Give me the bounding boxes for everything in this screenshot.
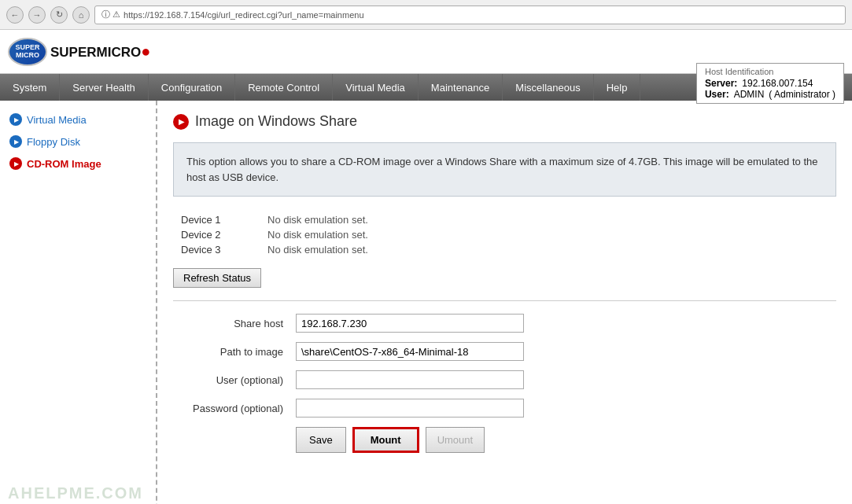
title-icon	[173, 114, 189, 130]
logo-dot: ●	[141, 42, 150, 60]
content-area: Image on Windows Share This option allow…	[157, 101, 852, 504]
logo-name: SUPERMICRO	[50, 45, 141, 60]
user-value: ADMIN	[734, 89, 765, 100]
share-host-label: Share host	[181, 318, 283, 329]
host-id-box: Host Identification Server: 192.168.007.…	[696, 63, 844, 104]
info-text: This option allows you to share a CD-ROM…	[186, 156, 817, 183]
url-text: https://192.168.7.154/cgi/url_redirect.c…	[124, 10, 363, 20]
home-button[interactable]: ⌂	[72, 6, 90, 24]
user-label: User (optional)	[181, 374, 283, 386]
umount-button[interactable]: Umount	[426, 427, 485, 453]
device-2-status: No disk emulation set.	[267, 229, 368, 241]
sidebar: Virtual Media Floppy Disk CD-ROM Image	[0, 101, 157, 504]
address-bar[interactable]: ⓘ ⚠ https://192.168.7.154/cgi/url_redire…	[94, 6, 846, 24]
logo-area: SUPERMICRO SUPERMICRO●	[0, 38, 158, 66]
sidebar-virtual-media-label: Virtual Media	[27, 114, 87, 126]
device-2-label: Device 2	[181, 229, 244, 241]
nav-server-health[interactable]: Server Health	[60, 74, 148, 101]
password-input[interactable]	[296, 399, 524, 418]
path-row: Path to image	[181, 342, 836, 361]
forward-button[interactable]: →	[28, 6, 46, 24]
device-row-2: Device 2 No disk emulation set.	[181, 227, 836, 242]
user-input[interactable]	[296, 370, 524, 389]
path-input[interactable]	[296, 342, 524, 361]
path-label: Path to image	[181, 346, 283, 358]
form-area: Share host Path to image User (optional)…	[181, 314, 836, 418]
nav-help[interactable]: Help	[594, 74, 641, 101]
page-title: Image on Windows Share	[195, 113, 357, 130]
nav-system[interactable]: System	[0, 74, 60, 101]
supermicro-logo: SUPERMICRO SUPERMICRO●	[8, 38, 150, 66]
device-3-status: No disk emulation set.	[267, 244, 368, 256]
form-divider	[173, 300, 836, 301]
device-table: Device 1 No disk emulation set. Device 2…	[181, 212, 836, 257]
info-box: This option allows you to share a CD-ROM…	[173, 142, 836, 197]
password-row: Password (optional)	[181, 399, 836, 418]
user-label: User:	[705, 89, 729, 100]
back-button[interactable]: ←	[6, 6, 24, 24]
nav-configuration[interactable]: Configuration	[149, 74, 235, 101]
nav-virtual-media[interactable]: Virtual Media	[333, 74, 419, 101]
server-value: 192.168.007.154	[742, 78, 813, 89]
device-3-label: Device 3	[181, 244, 244, 256]
host-server-row: Server: 192.168.007.154	[705, 78, 835, 89]
sidebar-floppy-label: Floppy Disk	[27, 136, 80, 148]
sidebar-item-cdrom-image[interactable]: CD-ROM Image	[0, 153, 156, 175]
logo-text: SUPERMICRO●	[50, 42, 150, 61]
device-1-status: No disk emulation set.	[267, 214, 368, 226]
user-role: ( Administrator )	[769, 89, 835, 100]
server-label: Server:	[705, 78, 737, 89]
sidebar-cdrom-label: CD-ROM Image	[27, 158, 101, 170]
mount-button[interactable]: Mount	[352, 427, 419, 453]
floppy-disk-icon	[9, 135, 22, 148]
password-label: Password (optional)	[181, 403, 283, 414]
sidebar-item-virtual-media[interactable]: Virtual Media	[0, 109, 156, 131]
device-row-1: Device 1 No disk emulation set.	[181, 212, 836, 227]
cdrom-icon	[9, 157, 22, 170]
refresh-status-button[interactable]: Refresh Status	[173, 268, 261, 288]
main-layout: Virtual Media Floppy Disk CD-ROM Image I…	[0, 101, 852, 504]
share-host-input[interactable]	[296, 314, 524, 333]
action-buttons: Save Mount Umount	[296, 427, 836, 453]
device-row-3: Device 3 No disk emulation set.	[181, 242, 836, 257]
security-icon: ⓘ ⚠	[101, 9, 120, 20]
user-row: User (optional)	[181, 370, 836, 389]
browser-chrome: ← → ↻ ⌂ ⓘ ⚠ https://192.168.7.154/cgi/ur…	[0, 0, 852, 30]
header-row: SUPERMICRO SUPERMICRO● Host Identificati…	[0, 30, 852, 74]
share-host-row: Share host	[181, 314, 836, 333]
nav-maintenance[interactable]: Maintenance	[419, 74, 503, 101]
sidebar-item-floppy-disk[interactable]: Floppy Disk	[0, 131, 156, 153]
virtual-media-icon	[9, 113, 22, 126]
host-user-row: User: ADMIN ( Administrator )	[705, 89, 835, 100]
host-id-title: Host Identification	[705, 67, 835, 76]
save-button[interactable]: Save	[296, 427, 346, 453]
logo-oval: SUPERMICRO	[8, 38, 47, 66]
reload-button[interactable]: ↻	[50, 6, 68, 24]
page-title-row: Image on Windows Share	[173, 113, 836, 130]
nav-remote-control[interactable]: Remote Control	[235, 74, 333, 101]
nav-miscellaneous[interactable]: Miscellaneous	[503, 74, 593, 101]
device-1-label: Device 1	[181, 214, 244, 226]
